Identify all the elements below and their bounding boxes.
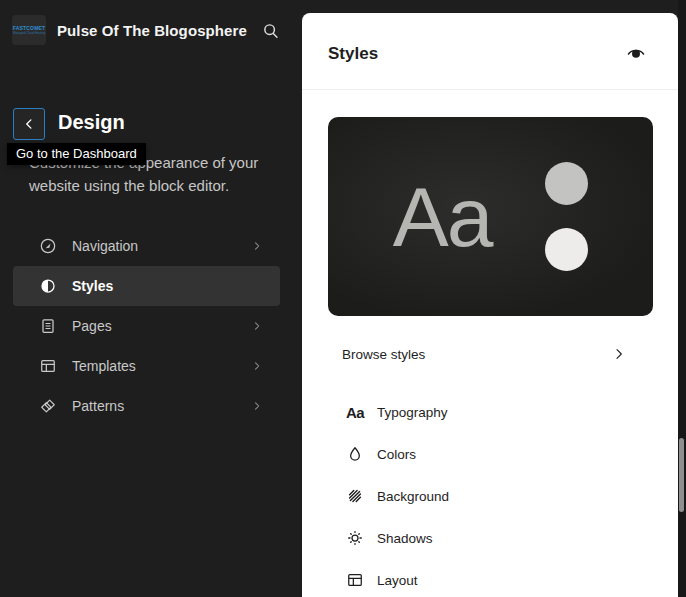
styles-menu: Aa Typography Colors xyxy=(328,391,653,597)
site-logo[interactable]: FASTCOMET Managed Cloud Hosting xyxy=(12,15,46,45)
sidebar-item-label: Templates xyxy=(72,358,136,374)
style-preview-typography-sample: Aa xyxy=(393,175,492,259)
styles-item-label: Colors xyxy=(377,447,416,462)
sidebar-item-label: Navigation xyxy=(72,238,138,254)
search-icon xyxy=(260,20,282,42)
browse-styles-label: Browse styles xyxy=(342,347,425,362)
color-swatch-circle xyxy=(545,228,588,271)
page-title: Design xyxy=(58,111,125,134)
styles-item-background[interactable]: Background xyxy=(328,475,653,517)
styles-item-label: Background xyxy=(377,489,449,504)
navigation-icon xyxy=(36,234,60,258)
sidebar-item-label: Pages xyxy=(72,318,112,334)
style-book-button[interactable] xyxy=(620,39,652,67)
sidebar-item-pages[interactable]: Pages xyxy=(13,306,280,346)
typography-icon: Aa xyxy=(342,400,368,424)
scrollbar-thumb[interactable] xyxy=(679,438,684,512)
chevron-left-icon xyxy=(20,115,38,133)
sidebar-item-label: Patterns xyxy=(72,398,124,414)
chevron-right-icon xyxy=(250,359,264,373)
site-title: Pulse Of The Blogosphere xyxy=(57,22,247,39)
style-preview-card[interactable]: Aa xyxy=(328,117,653,316)
chevron-right-icon xyxy=(250,239,264,253)
styles-panel: Styles Aa Browse styles xyxy=(302,13,678,597)
styles-item-shadows[interactable]: Shadows xyxy=(328,517,653,559)
sidebar-menu: Navigation Styles xyxy=(13,226,280,426)
styles-item-label: Typography xyxy=(377,405,448,420)
styles-icon xyxy=(36,274,60,298)
sidebar-item-styles[interactable]: Styles xyxy=(13,266,280,306)
background-icon xyxy=(342,484,368,508)
sidebar-item-templates[interactable]: Templates xyxy=(13,346,280,386)
styles-item-label: Shadows xyxy=(377,531,433,546)
sidebar-item-patterns[interactable]: Patterns xyxy=(13,386,280,426)
templates-icon xyxy=(36,354,60,378)
patterns-icon xyxy=(36,394,60,418)
colors-icon xyxy=(342,442,368,466)
back-button-tooltip: Go to the Dashboard xyxy=(7,143,146,165)
back-to-dashboard-button[interactable] xyxy=(13,108,45,140)
styles-item-label: Layout xyxy=(377,573,418,588)
pages-icon xyxy=(36,314,60,338)
shadows-icon xyxy=(342,526,368,550)
chevron-right-icon xyxy=(250,399,264,413)
layout-icon xyxy=(342,568,368,592)
styles-item-colors[interactable]: Colors xyxy=(328,433,653,475)
browse-styles-button[interactable]: Browse styles xyxy=(328,340,653,368)
styles-item-typography[interactable]: Aa Typography xyxy=(328,391,653,433)
chevron-right-icon xyxy=(611,346,627,362)
color-swatch-circle xyxy=(545,162,588,205)
search-button[interactable] xyxy=(254,14,288,48)
styles-item-layout[interactable]: Layout xyxy=(328,559,653,597)
styles-panel-title: Styles xyxy=(328,44,378,64)
styles-panel-header: Styles xyxy=(302,13,678,90)
eye-icon xyxy=(624,41,648,65)
site-logo-tagline: Managed Cloud Hosting xyxy=(13,31,45,35)
style-preview-color-swatches xyxy=(545,162,588,271)
site-editor-window: FASTCOMET Managed Cloud Hosting Pulse Of… xyxy=(0,0,686,597)
sidebar-item-navigation[interactable]: Navigation xyxy=(13,226,280,266)
chevron-right-icon xyxy=(250,319,264,333)
sidebar-item-label: Styles xyxy=(72,278,113,294)
